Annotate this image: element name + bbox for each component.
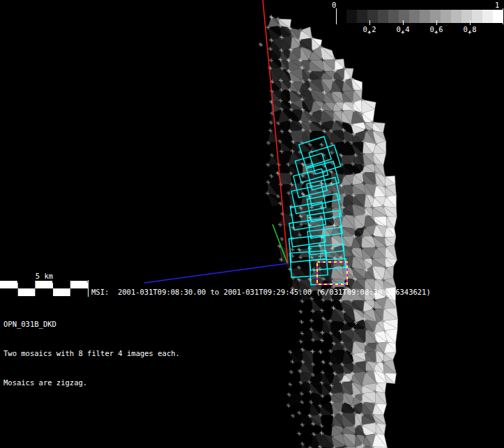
colorbar-max-label: 1 — [495, 1, 499, 10]
colorbar-step — [378, 10, 388, 23]
colorbar-step — [346, 10, 357, 23]
status-line: MSI: 2001-031T09:08:30.00 to 2001-031T09… — [91, 288, 431, 297]
colorbar-step — [472, 10, 482, 23]
colorbar-step — [420, 10, 430, 23]
colorbar-step — [493, 10, 503, 23]
sequence-id: OPN_031B_DKD — [3, 320, 180, 329]
colorbar-step — [409, 10, 420, 23]
colorbar-step — [482, 10, 493, 23]
scalebar — [0, 281, 88, 296]
info-block: OPN_031B_DKD Two mosaics with 8 filter 4… — [3, 302, 180, 408]
scalebar-label: 5 km — [0, 272, 89, 281]
colorbar-step — [336, 10, 346, 23]
colorbar-tick-02 — [369, 20, 370, 25]
scalebar-end-line — [88, 280, 89, 297]
colorbar-step — [357, 10, 367, 23]
info-line-mosaics: Two mosaics with 8 filter 4 images each. — [3, 349, 180, 358]
colorbar-tick-cross: + — [434, 29, 438, 36]
visualization-canvas[interactable]: 0 1 0.2 0.4 0.6 0.8 + + + + 5 km MSI: 20… — [0, 0, 504, 448]
info-line-zigzag: Mosaics are zigzag. — [3, 378, 180, 387]
colorbar-step — [399, 10, 409, 23]
colorbar-step — [388, 10, 399, 23]
colorbar-left-tick — [336, 8, 337, 24]
colorbar-tick-06 — [436, 20, 437, 25]
colorbar-tick-cross: + — [367, 29, 371, 36]
colorbar-tick-04 — [403, 20, 404, 25]
colorbar-right-tick — [503, 8, 503, 24]
colorbar-tick-cross: + — [468, 29, 471, 36]
colorbar-tick-cross: + — [401, 29, 404, 36]
colorbar-tick-08 — [470, 20, 471, 25]
colorbar-gradient — [336, 10, 503, 23]
colorbar-step — [451, 10, 461, 23]
colorbar-step — [441, 10, 451, 23]
colorbar-step — [430, 10, 441, 23]
